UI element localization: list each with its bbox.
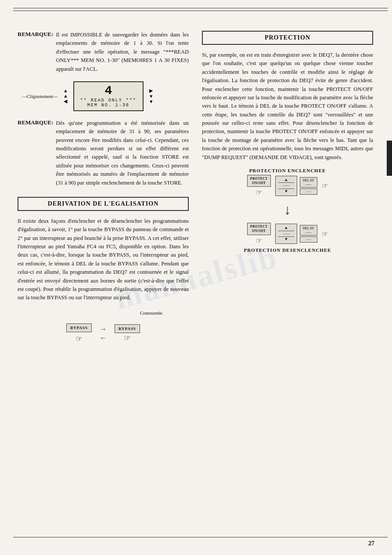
protection-title: PROTECTION bbox=[265, 34, 310, 41]
prot-protect-btn-desenc-label: PROTECTON/OFF bbox=[247, 223, 271, 235]
remarque-2-text: Dès qu'une programmation a été mémorisée… bbox=[56, 119, 189, 187]
right-column: PROTECTION Si, par exemple, on est en tr… bbox=[202, 31, 373, 352]
hand-icon-desenc: ☞ bbox=[256, 236, 262, 245]
page-number: 27 bbox=[368, 540, 374, 547]
prot-desenc-delay: DELAY—•— —— bbox=[300, 225, 317, 243]
derivation-title-box: DERIVATION DE L'EGALISATION bbox=[18, 197, 189, 211]
clignotement-label: —Clignotement— bbox=[22, 94, 58, 99]
protection-diagrams: PROTECTION ENCLENCHEE PROTECTON/OFF ☞ ▲ … bbox=[202, 168, 373, 254]
remarque-2: REMARQUE: Dès qu'une programmation a été… bbox=[18, 119, 189, 187]
bypass-btn-right-label: BYPASS bbox=[115, 324, 140, 333]
prot-protect-btn-desenc: PROTECTON/OFF ☞ bbox=[247, 223, 271, 245]
remarque-1: REMARQUE: Il est IMPOSSIBLE de sauvegard… bbox=[18, 31, 189, 73]
protection-title-box: PROTECTION bbox=[202, 31, 373, 45]
contournee-label: Contournée bbox=[18, 310, 162, 316]
derivation-body: Il existe deux façons d'enclencher et de… bbox=[18, 217, 189, 302]
prot-protect-btn-enc: PROTECTON/OFF ☞ bbox=[247, 175, 271, 197]
prot-enc-delay: DELAY—•— —— bbox=[300, 177, 317, 195]
hand-icon-enc: ☞ bbox=[256, 188, 262, 196]
bypass-diagram-container: Contournée BYPASS ☞ → ← BYPASS bbox=[18, 310, 189, 344]
prot-arrow-down: ↓ bbox=[284, 203, 291, 217]
lcd-text-bottom: MEM NO. 1-30 bbox=[87, 103, 129, 108]
remarque-1-label: REMARQUE: bbox=[18, 31, 54, 38]
arrow-right-icon: → bbox=[100, 325, 107, 333]
bypass-btn-right: BYPASS ☞ bbox=[115, 324, 140, 343]
bypass-btn-left: BYPASS ☞ bbox=[66, 323, 92, 344]
lcd-number: 4 bbox=[104, 85, 112, 97]
prot-enclenchee-label: PROTECTION ENCLENCHEE bbox=[249, 168, 326, 173]
derivation-title: DERIVATION DE L'EGALISATION bbox=[48, 200, 159, 207]
prot-desenc-eq-box: ▲ —— ▼ bbox=[275, 224, 297, 244]
top-border-inner bbox=[13, 11, 388, 11]
hand-icon-enc-right: ☞ bbox=[322, 181, 328, 190]
page: manualslib REMARQUE: Il est IMPOSSIBLE d… bbox=[0, 0, 392, 555]
protection-desenclenchee-block: PROTECTON/OFF ☞ ▲ —— ▼ DELAY—•— bbox=[202, 223, 373, 254]
lcd-box: 4 ** READ ONLY *** MEM NO. 1-30 bbox=[73, 81, 144, 111]
top-border-outer bbox=[13, 8, 388, 8]
right-tab bbox=[387, 141, 392, 176]
bottom-border bbox=[13, 537, 388, 537]
remarque-2-label: REMARQUE: bbox=[18, 119, 54, 126]
protection-enclenchee-block: PROTECTION ENCLENCHEE PROTECTON/OFF ☞ ▲ … bbox=[202, 168, 373, 197]
derivation-section: DERIVATION DE L'EGALISATION Il existe de… bbox=[18, 197, 189, 344]
prot-enc-eq-box: ▲ —— ▼ bbox=[275, 176, 297, 196]
bypass-btn-left-label: BYPASS bbox=[66, 323, 92, 332]
lcd-text-top: ** READ ONLY *** bbox=[80, 98, 137, 103]
bypass-diagram: BYPASS ☞ → ← BYPASS ☞ bbox=[18, 323, 189, 344]
arrow-left-icon: ← bbox=[100, 334, 107, 342]
prot-desenc-diagram: PROTECTON/OFF ☞ ▲ —— ▼ DELAY—•— bbox=[247, 223, 328, 245]
lcd-diagram: —Clignotement— ▲ ▲ ◀ 4 ** READ ONLY *** … bbox=[22, 81, 189, 111]
prot-enc-eq-group: ▲ —— ▼ DELAY—•— —— bbox=[275, 176, 317, 196]
left-column: REMARQUE: Il est IMPOSSIBLE de sauvegard… bbox=[18, 31, 189, 352]
remarque-1-text: Il est IMPOSSIBLE de sauvegarder les don… bbox=[56, 31, 189, 73]
prot-desenc-eq-group: ▲ —— ▼ DELAY—•— —— bbox=[275, 224, 317, 244]
prot-protect-btn-enc-label: PROTECTON/OFF bbox=[247, 175, 271, 187]
prot-enclenchee-diagram: PROTECTON/OFF ☞ ▲ —— ▼ DELAY—•— bbox=[247, 175, 328, 197]
protection-body: Si, par exemple, on est en train d'enreg… bbox=[202, 51, 373, 162]
hand-icon-desenc-right: ☞ bbox=[322, 230, 328, 238]
prot-desenclenchee-label: PROTECTION DESENCLENCHEE bbox=[244, 247, 331, 253]
hand-icon-left: ☞ bbox=[76, 334, 83, 344]
hand-icon-right: ☞ bbox=[124, 333, 131, 343]
